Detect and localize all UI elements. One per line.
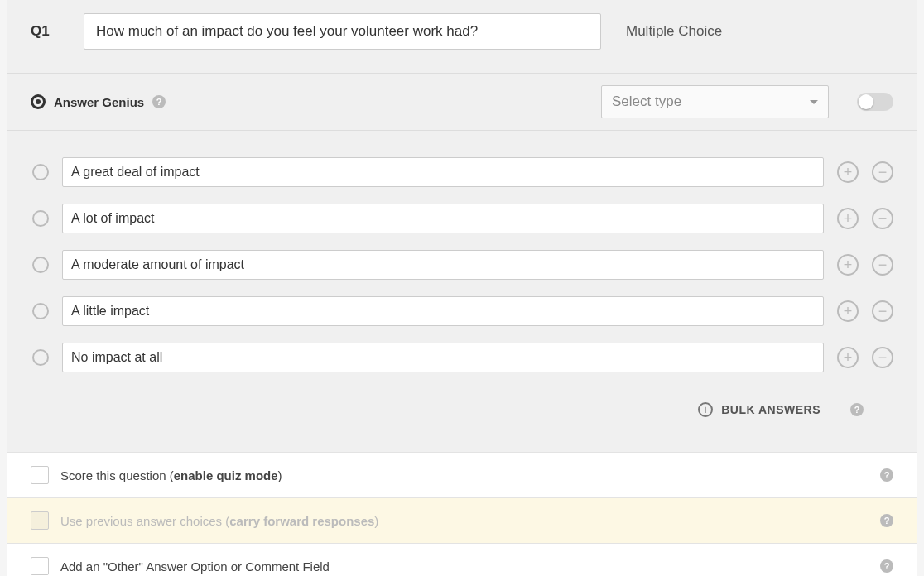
answer-genius-toggle[interactable] (857, 93, 893, 111)
answer-genius-type-select[interactable]: Select type (601, 85, 829, 118)
add-answer-button[interactable]: + (837, 161, 859, 183)
answer-row: + − (31, 250, 893, 280)
option-label: Score this question (enable quiz mode) (60, 468, 282, 482)
help-icon[interactable]: ? (152, 95, 166, 108)
question-editor: Q1 Multiple Choice Answer Genius ? Selec… (7, 0, 917, 576)
help-icon[interactable]: ? (880, 468, 893, 482)
plus-icon: + (698, 402, 713, 417)
option-label: Use previous answer choices (carry forwa… (60, 514, 378, 528)
add-other-option[interactable]: Add an "Other" Answer Option or Comment … (7, 543, 917, 576)
remove-answer-button[interactable]: − (872, 208, 893, 229)
question-type-label: Multiple Choice (626, 23, 722, 40)
add-answer-button[interactable]: + (837, 208, 859, 229)
answer-input[interactable] (62, 157, 824, 187)
remove-answer-button[interactable]: − (872, 161, 893, 183)
answer-genius-icon (31, 94, 46, 109)
answer-row: + − (31, 157, 893, 187)
score-question-option[interactable]: Score this question (enable quiz mode) ? (7, 452, 917, 497)
radio-icon[interactable] (32, 303, 49, 319)
select-placeholder: Select type (612, 94, 681, 110)
option-label: Add an "Other" Answer Option or Comment … (60, 559, 330, 574)
answer-input[interactable] (62, 204, 824, 233)
answer-genius-bar: Answer Genius ? Select type (7, 73, 917, 131)
answer-row: + − (31, 343, 893, 372)
help-icon[interactable]: ? (880, 559, 893, 573)
answer-input[interactable] (62, 343, 824, 372)
remove-answer-button[interactable]: − (872, 254, 893, 276)
question-text-input[interactable] (84, 13, 601, 50)
answer-input[interactable] (62, 250, 824, 280)
answer-row: + − (31, 204, 893, 233)
answer-input[interactable] (62, 296, 824, 326)
answer-genius-label: Answer Genius (54, 95, 144, 109)
radio-icon[interactable] (32, 210, 49, 227)
bulk-answers-row: + BULK ANSWERS ? (31, 389, 893, 437)
carry-forward-option: Use previous answer choices (carry forwa… (7, 497, 917, 543)
radio-icon[interactable] (32, 349, 49, 366)
checkbox[interactable] (31, 466, 49, 484)
answer-row: + − (31, 296, 893, 326)
add-answer-button[interactable]: + (837, 347, 859, 368)
help-icon[interactable]: ? (880, 514, 893, 527)
chevron-down-icon (810, 100, 818, 104)
radio-icon[interactable] (32, 257, 49, 273)
checkbox (31, 511, 49, 530)
checkbox[interactable] (31, 557, 49, 575)
help-icon[interactable]: ? (850, 403, 864, 416)
radio-icon[interactable] (32, 164, 49, 180)
add-answer-button[interactable]: + (837, 254, 859, 276)
question-number: Q1 (31, 23, 64, 40)
question-header: Q1 Multiple Choice (7, 0, 917, 73)
remove-answer-button[interactable]: − (872, 347, 893, 368)
remove-answer-button[interactable]: − (872, 300, 893, 322)
answer-list: + − + − + − + − + − + BULK (7, 131, 917, 452)
add-answer-button[interactable]: + (837, 300, 859, 322)
bulk-answers-button[interactable]: BULK ANSWERS (721, 403, 821, 416)
